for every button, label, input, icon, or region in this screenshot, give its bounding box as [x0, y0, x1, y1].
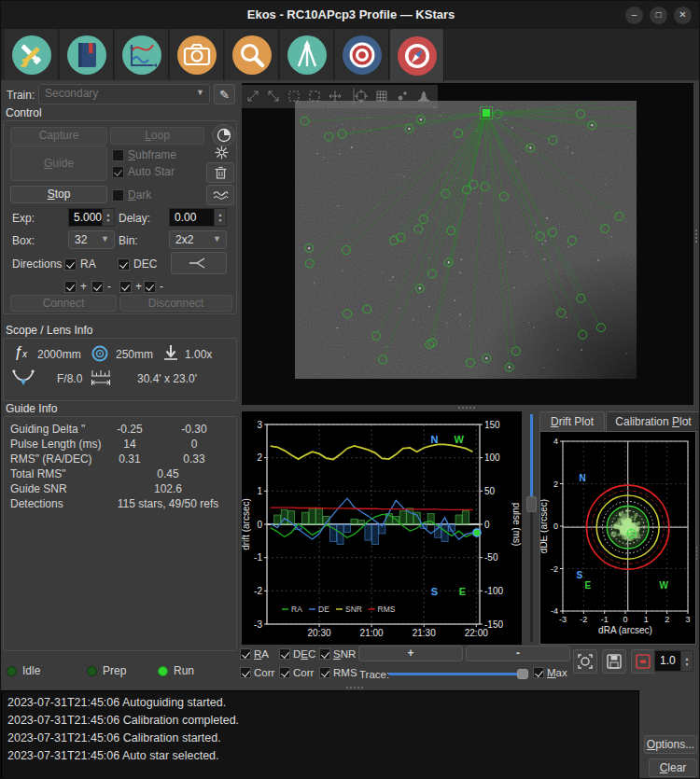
box-label: Box:	[12, 234, 35, 247]
align-tab[interactable]	[335, 29, 389, 80]
toolbox-icon	[11, 35, 52, 76]
slider-handle	[526, 496, 537, 512]
log-line: 2023-07-31T21:45:06 Calibration complete…	[7, 712, 633, 730]
guide-info-rows: Guiding Delta "-0.25-0.30Pulse Length (m…	[10, 422, 232, 511]
drift-plot-tab[interactable]: Drift Plot	[539, 411, 605, 431]
setup-tab[interactable]	[5, 29, 59, 80]
options-button[interactable]: Options...	[644, 735, 697, 754]
clear-button[interactable]: Clear	[649, 758, 697, 777]
guide-info-row: RMS" (RA/DEC)0.310.33	[10, 452, 232, 466]
svg-text:21:30: 21:30	[413, 628, 436, 638]
plot-rms-checkbox[interactable]: RMS	[319, 667, 357, 678]
calibration-plot-tab[interactable]: Calibration Plot	[606, 411, 700, 431]
histogram-button[interactable]	[206, 185, 234, 205]
svg-text:drift (arcsec): drift (arcsec)	[242, 498, 251, 550]
stop-recording-button[interactable]	[631, 649, 655, 674]
control-section-label: Control	[6, 106, 42, 119]
auto-star-checkbox[interactable]: Auto Star	[112, 165, 175, 178]
delay-field[interactable]: 0.00▲▼	[169, 208, 227, 227]
swap-dec-button[interactable]	[171, 252, 227, 274]
right-splitter-handle-top[interactable]	[695, 230, 697, 243]
idle-status: Idle	[7, 664, 40, 677]
plot-snr-checkbox[interactable]: SNR	[319, 648, 356, 660]
train-combo[interactable]: Secondary▼	[38, 84, 210, 104]
guide-info-row: Guiding Delta "-0.25-0.30	[10, 422, 232, 437]
guide-state-icon-button[interactable]	[212, 124, 235, 146]
maximize-button[interactable]: □	[650, 7, 667, 24]
stop-button[interactable]: Stop	[10, 186, 107, 203]
trace-slider[interactable]	[388, 668, 530, 680]
zoom-in-button[interactable]: +	[358, 646, 463, 661]
svg-text:-50: -50	[484, 552, 498, 563]
connect-button[interactable]: Connect	[10, 295, 117, 312]
guide-star-view[interactable]	[242, 83, 693, 405]
save-graph-button[interactable]	[602, 649, 626, 674]
mount-tab[interactable]	[280, 29, 334, 80]
subframe-checkbox[interactable]: Subframe	[112, 148, 176, 161]
exp-field[interactable]: 5.000▲▼	[68, 208, 115, 227]
guide-button[interactable]: Guide	[10, 146, 107, 181]
trash-button[interactable]	[206, 162, 234, 183]
max-checkbox[interactable]: Max	[533, 667, 567, 678]
edit-train-button[interactable]: ✎	[214, 84, 235, 104]
prep-led	[87, 666, 97, 676]
svg-text:150: 150	[484, 420, 500, 430]
kstars-ekos-window: Ekos - RC10APcp3 Profile — KStars – □ ✕ …	[0, 0, 700, 779]
focus-tab[interactable]	[225, 29, 279, 80]
svg-text:W: W	[454, 434, 464, 445]
svg-text:0: 0	[484, 520, 490, 530]
ra-plus-checkbox[interactable]: +	[64, 280, 87, 293]
plot-corr-ra-checkbox[interactable]: Corr	[240, 667, 274, 678]
capture-button[interactable]: Capture	[10, 127, 107, 145]
svg-text:-1: -1	[254, 552, 262, 563]
bin-label: Bin:	[119, 234, 138, 247]
trace-slider-handle	[517, 669, 528, 679]
dec-plus-checkbox[interactable]: +	[119, 280, 142, 293]
ra-direction-checkbox[interactable]: RA	[64, 257, 96, 271]
auto-scale-button[interactable]	[573, 649, 597, 674]
dec-minus-checkbox[interactable]: -	[144, 280, 163, 293]
train-label: Train:	[7, 89, 35, 102]
loop-button[interactable]: Loop	[110, 127, 204, 145]
drift-zoom-slider[interactable]	[525, 414, 538, 642]
log-line: 2023-07-31T21:45:06 Calibration started.	[7, 730, 633, 747]
zoom-out-button[interactable]: -	[466, 646, 570, 661]
disconnect-button[interactable]: Disconnect	[119, 295, 232, 312]
guide-tab[interactable]	[390, 29, 444, 82]
scale-spinbox[interactable]: 1.0▲▼	[654, 650, 693, 672]
analyze-tab[interactable]	[115, 29, 169, 80]
notebook-icon	[66, 35, 107, 76]
reducer-icon	[162, 344, 179, 365]
svg-text:S: S	[431, 586, 438, 597]
idle-led	[7, 666, 17, 676]
plot-corr-dec-checkbox[interactable]: Corr	[279, 667, 314, 678]
log-view[interactable]: 2023-07-31T21:45:06 Autoguiding started.…	[1, 690, 639, 779]
box-combo[interactable]: 32▼	[68, 230, 115, 249]
plot-dec-checkbox[interactable]: DEC	[279, 648, 315, 660]
svg-text:3: 3	[685, 615, 690, 624]
drift-graph[interactable]: -3-2-10123-150-100-5005010015020:3021:00…	[242, 411, 522, 645]
svg-text:-100: -100	[484, 586, 503, 596]
run-led	[158, 666, 168, 676]
svg-text:-1: -1	[601, 615, 609, 624]
close-button[interactable]: ✕	[674, 7, 692, 24]
splitter-handle[interactable]	[458, 407, 475, 409]
focal-length-value: 2000mm	[37, 348, 81, 361]
bin-combo[interactable]: 2x2▼	[169, 230, 227, 249]
trash-icon	[215, 166, 227, 179]
exp-label: Exp:	[12, 212, 35, 225]
drift-target-plot[interactable]: -3-2-10123-4-2024dRA (arcsec)dDE (arcsec…	[539, 431, 696, 645]
svg-text:2: 2	[553, 480, 558, 489]
scheduler-tab[interactable]	[60, 29, 114, 80]
fov-icon	[91, 369, 111, 389]
log-splitter-handle[interactable]	[346, 687, 363, 689]
svg-text:0: 0	[553, 522, 558, 531]
ra-minus-checkbox[interactable]: -	[91, 280, 111, 293]
chart-icon	[121, 35, 162, 76]
plot-ra-checkbox[interactable]: RA	[240, 648, 269, 660]
minimize-button[interactable]: –	[625, 7, 643, 24]
bullseye-icon	[342, 35, 383, 76]
dark-checkbox[interactable]: Dark	[112, 188, 151, 202]
dec-direction-checkbox[interactable]: DEC	[118, 257, 157, 271]
capture-tab[interactable]	[170, 29, 224, 80]
